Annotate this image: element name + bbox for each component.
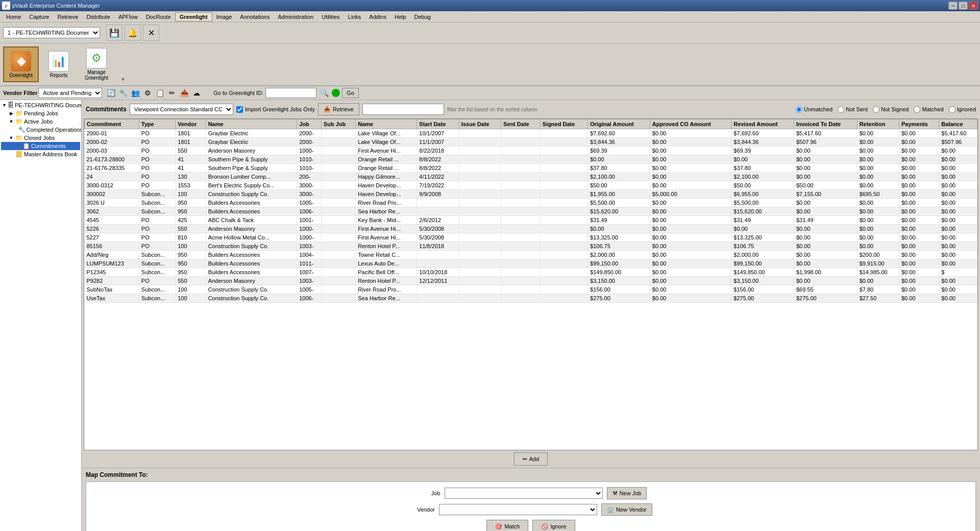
col-approvedco[interactable]: Approved CO Amount — [650, 119, 731, 129]
menu-utilities[interactable]: Utilities — [317, 13, 344, 21]
menu-apflow[interactable]: APFlow — [114, 13, 142, 21]
settings-icon-button[interactable]: ⚙ — [142, 87, 153, 99]
maximize-button[interactable]: □ — [959, 2, 968, 10]
import-checkbox[interactable] — [236, 106, 243, 113]
col-job[interactable]: Job — [297, 119, 322, 129]
col-colname[interactable]: Name — [356, 119, 417, 129]
col-sentdate[interactable]: Sent Date — [501, 119, 540, 129]
table-row[interactable]: UseTaxSubcon...100Construction Supply Co… — [85, 294, 977, 303]
col-issuedate[interactable]: Issue Date — [459, 119, 501, 129]
export-icon-button[interactable]: 📤 — [179, 87, 190, 99]
table-row[interactable]: 2000-02PO1801Graybar Electric2000-Lake V… — [85, 138, 977, 147]
col-vendor[interactable]: Vendor — [176, 119, 206, 129]
close-button[interactable]: ✕ — [969, 2, 978, 10]
edit-icon-button[interactable]: ✏ — [166, 87, 178, 99]
match-button[interactable]: 🎯 Match — [486, 520, 528, 531]
vendor-dropdown[interactable] — [439, 504, 597, 515]
tree-pending-jobs[interactable]: ▶ 📁 Pending Jobs — [1, 109, 80, 117]
cloud-icon-button[interactable]: ☁ — [191, 87, 202, 99]
new-job-button[interactable]: ⚒ New Job — [607, 487, 647, 499]
table-row[interactable]: 2000-01PO1801Graybar Electric2000-Lake V… — [85, 129, 977, 138]
add-button[interactable]: ✏ Add — [514, 452, 548, 466]
col-balance[interactable]: Balance — [939, 119, 977, 129]
filter-dropdown[interactable]: Active and Pending Active Pending Closed… — [38, 88, 102, 98]
col-name[interactable]: Name — [206, 119, 297, 129]
document-dropdown[interactable]: 1 - PE-TECHWRITING Documer — [3, 27, 100, 38]
table-row[interactable]: 85156PO100Construction Supply Co.1003-Re… — [85, 242, 977, 251]
menu-docroute[interactable]: DocRoute — [142, 13, 175, 21]
menu-addins[interactable]: Addins — [365, 13, 390, 21]
col-signeddate[interactable]: Signed Date — [540, 119, 587, 129]
table-row[interactable]: 5227PO810Acme Hollow Metal Co...1000-Fir… — [85, 233, 977, 242]
save-button[interactable]: 💾 — [106, 25, 122, 41]
col-payments[interactable]: Payments — [899, 119, 939, 129]
radio-ignored[interactable]: Ignored — [949, 106, 976, 113]
manage-greenlight-toolbar-button[interactable]: ⚙ Manage Greenlight — [79, 46, 114, 82]
radio-matched[interactable]: Matched — [914, 106, 943, 113]
col-commitment[interactable]: Commitment — [85, 119, 139, 129]
table-row[interactable]: 21-6173-28800PO41Southern Pipe & Supply1… — [85, 155, 977, 164]
table-row[interactable]: P12345Subcon...950Builders Accessories10… — [85, 268, 977, 277]
retrieve-button[interactable]: 📥 Retrieve — [318, 103, 359, 115]
tree-root[interactable]: ▼ 🗄 PE-TECHWRITING Documents — [1, 101, 80, 109]
table-row[interactable]: 4545PO425ABC Chalk & Tack1001-Key Bank -… — [85, 216, 977, 225]
table-row[interactable]: 2000-03PO550Anderson Masonry1000-First A… — [85, 147, 977, 155]
goto-input[interactable] — [265, 88, 316, 98]
table-row[interactable]: SubNoTaxSubcon...100Construction Supply … — [85, 285, 977, 294]
connection-dropdown[interactable]: Viewpoint Connection Standard CC — [130, 104, 233, 115]
col-original[interactable]: Original Amount — [588, 119, 650, 129]
col-subjob[interactable]: Sub Job — [321, 119, 355, 129]
menu-image[interactable]: Image — [212, 13, 236, 21]
close-doc-button[interactable]: ✕ — [143, 25, 159, 41]
col-revised[interactable]: Revised Amount — [731, 119, 794, 129]
menu-distribute[interactable]: Distribute — [82, 13, 114, 21]
filter-icon-button[interactable]: 🔧 — [117, 87, 129, 99]
goto-button[interactable]: Go — [342, 88, 359, 98]
search-input[interactable] — [362, 104, 444, 115]
menu-retrieve[interactable]: Retrieve — [53, 13, 82, 21]
menu-greenlight[interactable]: Greenlight — [175, 12, 212, 21]
table-row[interactable]: 5226PO550Anderson Masonry1000-First Aven… — [85, 225, 977, 233]
minimize-button[interactable]: ─ — [948, 2, 958, 10]
new-vendor-button[interactable]: 🏢 New Vendor — [601, 503, 652, 516]
table-row[interactable]: LUMPSUM123Subcon...950Builders Accessori… — [85, 259, 977, 268]
menu-annotations[interactable]: Annotations — [236, 13, 274, 21]
users-icon-button[interactable]: 👥 — [130, 87, 141, 99]
table-row[interactable]: 3026 USubcon...950Builders Accessories10… — [85, 199, 977, 207]
tree-completed-operations[interactable]: 🔧 Completed Operations — [1, 126, 80, 134]
table-row[interactable]: 21-6176-28335PO41Southern Pipe & Supply1… — [85, 164, 977, 173]
col-type[interactable]: Type — [139, 119, 175, 129]
radio-not-sent[interactable]: Not Sent — [838, 106, 868, 113]
col-retention[interactable]: Retention — [857, 119, 899, 129]
radio-not-signed[interactable]: Not Signed — [873, 106, 909, 113]
tree-commitments[interactable]: 📋 Commitments — [1, 142, 80, 150]
menu-links[interactable]: Links — [344, 13, 365, 21]
import-checkbox-label[interactable]: Import Greenlight Jobs Only — [236, 106, 315, 113]
refresh-icon-button[interactable]: 🔄 — [105, 87, 116, 99]
greenlight-toolbar-button[interactable]: ◈ Greenlight — [3, 46, 39, 82]
table-row[interactable]: 24PO130Bronson Lumber Comp...200-Happy G… — [85, 173, 977, 181]
ignore-button[interactable]: 🚫 Ignore — [532, 520, 575, 531]
table-row[interactable]: 300002Subcon...100Construction Supply Co… — [85, 190, 977, 199]
menu-debug[interactable]: Debug — [410, 13, 435, 21]
table-row[interactable]: Add/NegSubcon...950Builders Accessories1… — [85, 251, 977, 259]
tree-master-address-book[interactable]: 📒 Master Address Book — [1, 150, 80, 158]
grid-icon-button[interactable]: 📋 — [154, 87, 165, 99]
col-invoiced[interactable]: Invoiced To Date — [794, 119, 857, 129]
table-cell: $0.00 — [939, 164, 977, 173]
bell-button[interactable]: 🔔 — [125, 25, 141, 41]
menu-capture[interactable]: Capture — [25, 13, 53, 21]
menu-home[interactable]: Home — [2, 13, 25, 21]
menu-administration[interactable]: Administration — [274, 13, 317, 21]
table-row[interactable]: 3062Subcon...950Builders Accessories1006… — [85, 207, 977, 216]
tree-closed-jobs[interactable]: ▼ 📁 Closed Jobs — [1, 134, 80, 142]
menu-help[interactable]: Help — [390, 13, 410, 21]
reports-toolbar-button[interactable]: 📊 Reports — [41, 46, 77, 82]
table-row[interactable]: 3000-0312PO1553Bert's Electric Supply Co… — [85, 181, 977, 190]
table-row[interactable]: P9282PO550Anderson Masonry1003-Renton Ho… — [85, 277, 977, 285]
col-startdate[interactable]: Start Date — [417, 119, 459, 129]
tree-active-jobs[interactable]: ▼ 📁 Active Jobs — [1, 117, 80, 126]
goto-search-icon[interactable]: 🔍 — [318, 87, 330, 99]
radio-unmatched[interactable]: Unmatched — [796, 106, 832, 113]
job-dropdown[interactable] — [445, 488, 603, 499]
